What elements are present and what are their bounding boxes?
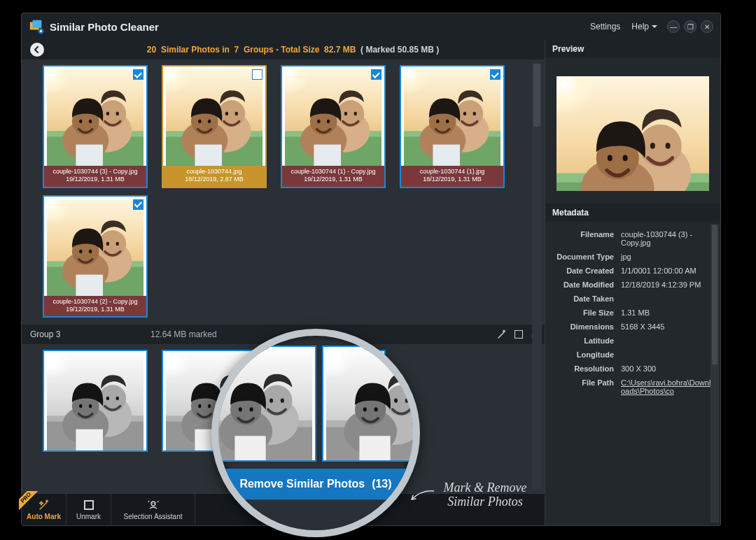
thumb-image xyxy=(404,69,500,166)
thumb-caption: couple-1030744 (3) - Copy.jpg 19/12/2019… xyxy=(44,166,146,187)
preview-image xyxy=(556,76,709,191)
thumb-checkbox[interactable] xyxy=(133,69,144,80)
annotation-text: Mark & Remove Similar Photos xyxy=(426,481,545,509)
meta-key: Document Type xyxy=(550,253,614,261)
titlebar: Similar Photo Cleaner Settings Help — ❐ … xyxy=(22,13,720,40)
selection-assistant-button[interactable]: Selection Assistant xyxy=(111,494,195,525)
svg-point-19 xyxy=(151,502,153,504)
summary-bar: 20 Similar Photos in 7 Groups - Total Si… xyxy=(22,40,545,59)
thumb-checkbox[interactable] xyxy=(490,69,500,80)
thumb-meta: 18/12/2019, 1.31 MB xyxy=(402,176,502,183)
thumb-row: couple-1030744 (3) - Copy.jpg 19/12/2019… xyxy=(43,65,528,188)
preview-box xyxy=(545,58,720,204)
remove-similar-button[interactable]: Remove Similar Photos (13) xyxy=(218,469,413,499)
preview-title: Preview xyxy=(545,40,720,58)
thumb-filename: couple-1030744 (1) - Copy.jpg xyxy=(284,168,383,176)
summary-s1: Similar Photos in xyxy=(161,45,230,55)
scrollbar-handle[interactable] xyxy=(533,64,540,127)
svg-point-16 xyxy=(40,30,43,33)
group-name: Group 3 xyxy=(30,329,142,339)
thumb-image xyxy=(47,69,144,166)
thumb-filename: couple-1030744 (2) - Copy.jpg xyxy=(46,298,145,306)
app-logo-icon xyxy=(29,19,44,34)
thumb-caption: couple-1030744 (1) - Copy.jpg 19/12/2019… xyxy=(282,166,384,187)
meta-key: Resolution xyxy=(550,364,614,373)
auto-mark-button[interactable]: Auto Mark xyxy=(22,494,66,525)
thumb-filename: couple-1030744 (1).jpg xyxy=(402,168,502,176)
meta-value: 1/1/0001 12:00:00 AM xyxy=(621,267,713,275)
assistant-label: Selection Assistant xyxy=(124,513,183,520)
summary-marked: ( Marked 50.85 MB ) xyxy=(360,45,439,55)
thumb-image xyxy=(285,69,382,166)
meta-key: Date Modified xyxy=(550,280,614,289)
pro-badge-icon xyxy=(19,491,40,512)
meta-key: Dimensions xyxy=(550,322,614,331)
summary-size: 82.7 MB xyxy=(324,45,356,55)
thumb-meta: 19/12/2019, 1.31 MB xyxy=(46,176,145,183)
remove-count: (13) xyxy=(372,478,391,490)
magnifier-overlay: Remove Similar Photos (13) xyxy=(211,329,420,537)
thumb-row: couple-1030744 (2) - Copy.jpg 19/12/2019… xyxy=(43,195,528,318)
meta-value: 300 X 300 xyxy=(621,364,713,373)
settings-link[interactable]: Settings xyxy=(584,19,626,34)
meta-key: Date Taken xyxy=(550,294,614,303)
meta-value-link[interactable]: C:\Users\ravi.bohra\Downloads\Photos\co xyxy=(621,378,713,395)
thumb[interactable]: couple-1030744 (3) - Copy.jpg 19/12/2019… xyxy=(43,65,148,188)
meta-key: Filename xyxy=(550,230,614,247)
thumb-meta: 19/12/2019, 1.31 MB xyxy=(46,306,145,313)
meta-value: 12/18/2019 4:12:39 PM xyxy=(621,280,713,289)
back-button[interactable] xyxy=(30,43,44,57)
thumb-checkbox[interactable] xyxy=(252,69,262,80)
auto-mark-label: Auto Mark xyxy=(27,513,61,520)
thumb-meta: 19/12/2019, 1.31 MB xyxy=(284,176,383,183)
thumb[interactable]: couple-1030744 (1) - Copy.jpg 19/12/2019… xyxy=(281,65,386,188)
thumb-filename: couple-1030744.jpg xyxy=(164,168,264,176)
unmark-button[interactable]: Unmark xyxy=(66,494,111,525)
meta-key: File Path xyxy=(550,378,614,395)
maximize-button[interactable]: ❐ xyxy=(684,20,696,33)
scrollbar-handle[interactable] xyxy=(712,225,718,364)
svg-point-20 xyxy=(153,502,155,504)
meta-value: 1.31 MB xyxy=(621,308,713,317)
thumb[interactable]: couple-1030744 (1).jpg 18/12/2019, 1.31 … xyxy=(400,65,505,188)
metadata-title: Metadata xyxy=(545,204,720,222)
summary-s2: Groups - Total Size xyxy=(244,45,319,55)
thumb[interactable]: couple-1030744 (2) - Copy.jpg 19/12/2019… xyxy=(43,195,148,318)
meta-key: Date Created xyxy=(550,267,614,275)
close-button[interactable]: ✕ xyxy=(701,20,713,33)
meta-key: Latitude xyxy=(550,336,614,345)
thumb-caption: couple-1030744.jpg 18/12/2019, 2.87 MB xyxy=(163,166,265,187)
scrollbar[interactable] xyxy=(532,64,542,489)
metadata-table: Filenamecouple-1030744 (3) - Copy.jpg Do… xyxy=(545,222,720,525)
square-icon xyxy=(83,499,94,511)
meta-key: File Size xyxy=(550,308,614,317)
meta-value xyxy=(621,336,713,345)
app-title: Similar Photo Cleaner xyxy=(50,21,159,33)
thumb-filename: couple-1030744 (3) - Copy.jpg xyxy=(46,168,145,176)
thumb-original[interactable]: couple-1030744.jpg 18/12/2019, 2.87 MB xyxy=(162,65,267,188)
thumb-image xyxy=(166,69,262,166)
meta-key: Longitude xyxy=(550,350,614,359)
svg-rect-14 xyxy=(33,20,42,28)
meta-value xyxy=(621,350,713,359)
thumb-checkbox[interactable] xyxy=(133,199,144,210)
meta-value: 5168 X 3445 xyxy=(621,322,713,331)
thumb[interactable] xyxy=(43,350,148,452)
thumb-checkbox[interactable] xyxy=(371,69,382,80)
magnified-thumbs xyxy=(211,346,420,462)
meta-value: jpg xyxy=(621,253,713,261)
remove-label: Remove Similar Photos xyxy=(239,478,365,490)
scrollbar[interactable] xyxy=(710,225,719,523)
side-panel: Preview Metadata Filenamecouple-1030744 … xyxy=(545,40,720,525)
unmark-label: Unmark xyxy=(76,513,101,520)
magic-wand-icon[interactable] xyxy=(497,329,507,339)
summary-count: 20 xyxy=(147,45,156,55)
meta-value xyxy=(621,294,713,303)
thumb-caption: couple-1030744 (2) - Copy.jpg 19/12/2019… xyxy=(44,296,146,317)
thumb-caption: couple-1030744 (1).jpg 18/12/2019, 1.31 … xyxy=(401,166,503,187)
summary-text: 20 Similar Photos in 7 Groups - Total Si… xyxy=(50,45,536,55)
minimize-button[interactable]: — xyxy=(667,20,680,33)
thumb-image xyxy=(47,199,144,296)
help-menu[interactable]: Help xyxy=(626,19,663,34)
select-all-checkbox[interactable] xyxy=(514,329,524,339)
